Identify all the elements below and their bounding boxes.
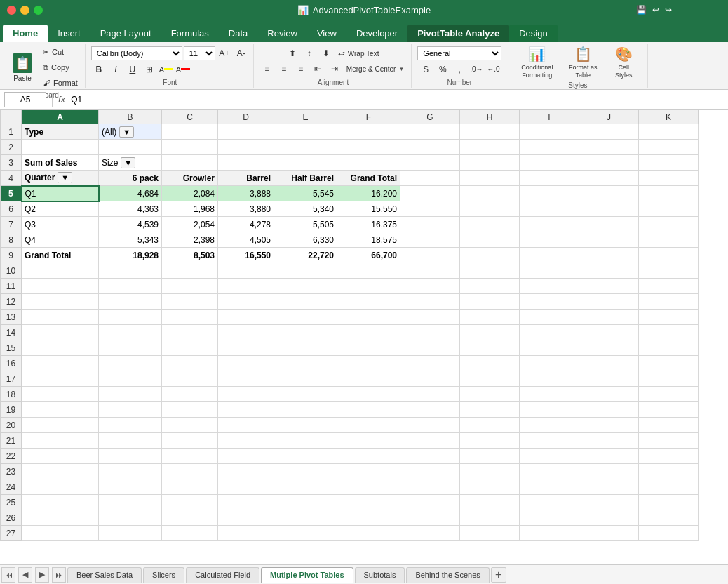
cell-K5[interactable] [639,186,699,201]
cell-I27[interactable] [520,526,579,541]
cell-B23[interactable] [99,464,162,479]
cell-J1[interactable] [579,124,639,140]
cell-C20[interactable] [162,418,218,433]
quarter-filter-button[interactable]: ▼ [58,172,72,183]
cell-K25[interactable] [639,495,699,510]
cell-B26[interactable] [99,510,162,526]
cell-D6[interactable]: 3,880 [218,201,274,217]
cell-F20[interactable] [337,418,400,433]
cell-D9[interactable]: 16,550 [218,248,274,263]
cell-H13[interactable] [460,310,520,325]
cell-B2[interactable] [99,140,162,155]
cell-J25[interactable] [579,495,639,510]
cell-J14[interactable] [579,325,639,340]
cell-I11[interactable] [520,279,579,294]
row-header-14[interactable]: 14 [1,325,22,340]
cell-G14[interactable] [400,325,460,340]
cell-H25[interactable] [460,495,520,510]
cell-D19[interactable] [218,402,274,418]
comma-button[interactable]: , [452,62,467,77]
cell-K21[interactable] [639,433,699,449]
cell-B6[interactable]: 4,363 [99,201,162,217]
cell-A22[interactable] [22,449,99,464]
cell-G21[interactable] [400,433,460,449]
cell-I6[interactable] [520,201,579,217]
row-header-26[interactable]: 26 [1,510,22,526]
align-middle-button[interactable]: ↕ [302,46,317,60]
tab-multiple-pivot[interactable]: Mutiple Pivot Tables [261,567,353,583]
cell-I22[interactable] [520,449,579,464]
save-icon[interactable]: 💾 [636,5,647,15]
col-header-E[interactable]: E [274,110,337,124]
cell-D24[interactable] [218,479,274,495]
maximize-button[interactable] [34,6,43,15]
cell-J6[interactable] [579,201,639,217]
cell-A20[interactable] [22,418,99,433]
row-header-5[interactable]: 5 [1,186,22,201]
align-right-button[interactable]: ≡ [293,62,309,76]
cell-G11[interactable] [400,279,460,294]
cell-K15[interactable] [639,340,699,356]
cell-A13[interactable] [22,310,99,325]
tab-nav-prev[interactable]: ◀ [18,567,32,583]
cell-I15[interactable] [520,340,579,356]
cell-G27[interactable] [400,526,460,541]
cell-G24[interactable] [400,479,460,495]
cell-G12[interactable] [400,294,460,310]
merge-center-button[interactable]: Merge & Center ▼ [344,62,407,76]
cell-F21[interactable] [337,433,400,449]
cell-D2[interactable] [218,140,274,155]
cell-E1[interactable] [274,124,337,140]
tab-slicers[interactable]: Slicers [143,567,184,583]
cell-E12[interactable] [274,294,337,310]
cell-I12[interactable] [520,294,579,310]
cell-C4[interactable]: Growler [162,171,218,186]
cell-J21[interactable] [579,433,639,449]
cell-B27[interactable] [99,526,162,541]
cell-E3[interactable] [274,155,337,171]
cell-A4[interactable]: Quarter▼ [22,171,99,186]
cell-I16[interactable] [520,356,579,371]
font-size-dropdown[interactable]: 11 [184,46,215,60]
tab-nav-next[interactable]: ▶ [35,567,49,583]
row-header-18[interactable]: 18 [1,387,22,402]
cell-I9[interactable] [520,248,579,263]
cell-E19[interactable] [274,402,337,418]
bold-button[interactable]: B [91,62,107,77]
cell-H4[interactable] [460,171,520,186]
cell-E18[interactable] [274,387,337,402]
col-header-J[interactable]: J [579,110,639,124]
cell-A21[interactable] [22,433,99,449]
cell-C14[interactable] [162,325,218,340]
cell-I4[interactable] [520,171,579,186]
cell-C22[interactable] [162,449,218,464]
cell-B3[interactable]: Size▼ [99,155,162,171]
cell-I13[interactable] [520,310,579,325]
cell-G7[interactable] [400,217,460,232]
cell-D21[interactable] [218,433,274,449]
decrease-decimal-button[interactable]: ←.0 [485,62,501,77]
col-header-I[interactable]: I [520,110,579,124]
cell-G22[interactable] [400,449,460,464]
cell-H20[interactable] [460,418,520,433]
cell-D10[interactable] [218,263,274,279]
cell-E24[interactable] [274,479,337,495]
cell-C11[interactable] [162,279,218,294]
cell-C8[interactable]: 2,398 [162,232,218,248]
cell-J3[interactable] [579,155,639,171]
cell-K11[interactable] [639,279,699,294]
cell-E6[interactable]: 5,340 [274,201,337,217]
cell-E21[interactable] [274,433,337,449]
cell-B4[interactable]: 6 pack [99,171,162,186]
cell-B9[interactable]: 18,928 [99,248,162,263]
tab-calculated-field[interactable]: Calculated Field [186,567,259,583]
cell-D5[interactable]: 3,888 [218,186,274,201]
cell-J22[interactable] [579,449,639,464]
cell-J12[interactable] [579,294,639,310]
cell-G9[interactable] [400,248,460,263]
cell-B21[interactable] [99,433,162,449]
copy-button[interactable]: ⧉ Copy [40,60,81,74]
cell-F17[interactable] [337,371,400,387]
cell-B16[interactable] [99,356,162,371]
cell-F13[interactable] [337,310,400,325]
